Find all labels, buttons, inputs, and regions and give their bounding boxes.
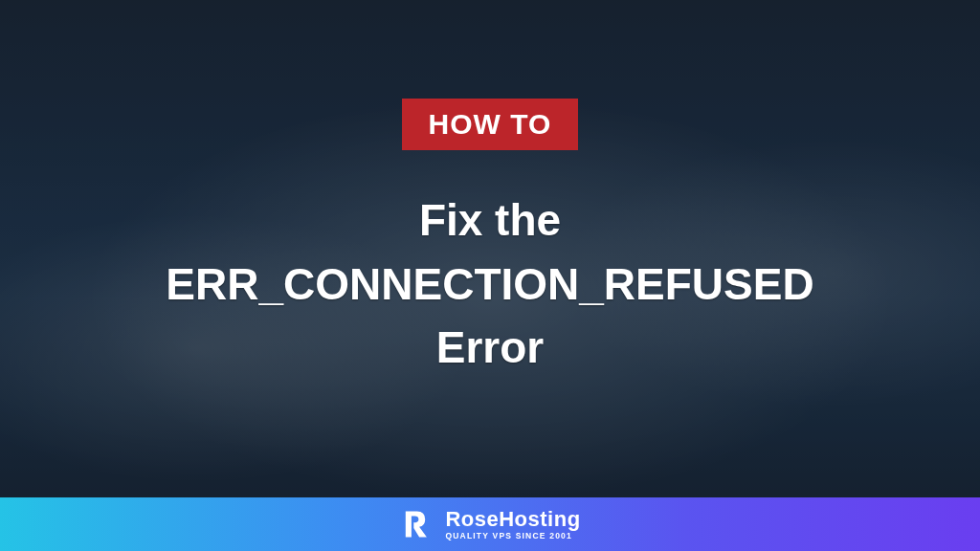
- article-title: Fix the ERR_CONNECTION_REFUSED Error: [166, 188, 813, 380]
- title-line-3: Error: [166, 316, 813, 380]
- title-line-2: ERR_CONNECTION_REFUSED: [166, 253, 813, 317]
- brand-name: RoseHosting: [445, 509, 580, 530]
- title-line-1: Fix the: [166, 188, 813, 253]
- howto-badge: HOW TO: [402, 99, 579, 150]
- brand-text: RoseHosting QUALITY VPS SINCE 2001: [445, 509, 580, 540]
- hero-banner: HOW TO Fix the ERR_CONNECTION_REFUSED Er…: [0, 0, 980, 497]
- brand-tagline: QUALITY VPS SINCE 2001: [445, 532, 580, 540]
- brand-footer: RoseHosting QUALITY VPS SINCE 2001: [0, 497, 980, 551]
- rosehosting-logo-icon: [399, 508, 432, 540]
- hero-content: HOW TO Fix the ERR_CONNECTION_REFUSED Er…: [166, 99, 813, 380]
